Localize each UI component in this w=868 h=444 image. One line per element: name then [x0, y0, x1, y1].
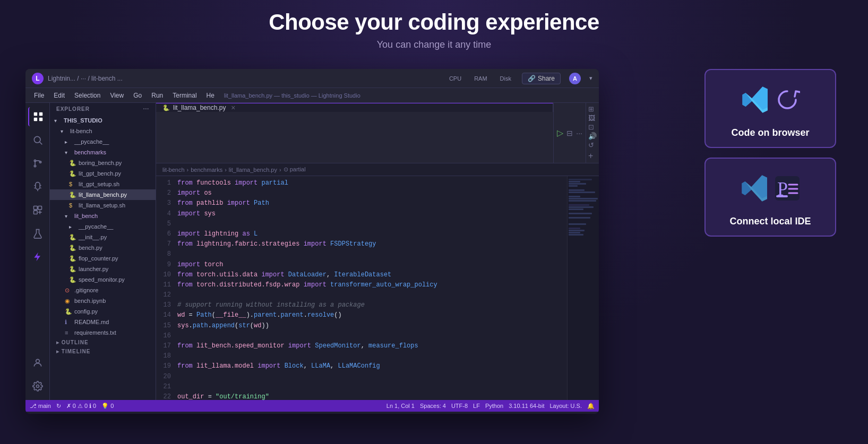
- code-area: 12345 678910 1112131415 1617181920 21222…: [156, 176, 599, 400]
- activity-settings[interactable]: [28, 377, 47, 396]
- status-position[interactable]: Ln 1, Col 1: [386, 403, 415, 409]
- menu-file[interactable]: File: [30, 91, 48, 100]
- menu-view[interactable]: View: [106, 91, 128, 100]
- tree-bench-ipynb[interactable]: ◉ bench.ipynb: [50, 295, 156, 306]
- run-icon[interactable]: ▷: [557, 128, 563, 138]
- sound-icon[interactable]: 🔊: [588, 132, 597, 140]
- image-icon[interactable]: 🖼: [588, 114, 597, 122]
- status-branch[interactable]: ⎇ main: [30, 403, 51, 410]
- tree-benchmarks[interactable]: ▾ benchmarks: [50, 147, 156, 158]
- cpu-button[interactable]: CPU: [447, 74, 463, 83]
- svg-rect-9: [33, 206, 37, 210]
- title-actions: CPU RAM Disk 🔗 Share A ▾: [447, 73, 592, 84]
- menu-selection[interactable]: Selection: [70, 91, 105, 100]
- breadcrumb-filename[interactable]: lit_llama_bench.py: [229, 167, 277, 173]
- tree-lit-bench[interactable]: ▾ lit-bench: [50, 126, 156, 136]
- status-layout[interactable]: Layout: U.S.: [549, 403, 582, 409]
- status-errors[interactable]: ✗ 0 ⚠ 0 ℹ 0: [66, 403, 96, 410]
- activity-extensions[interactable]: [28, 201, 47, 220]
- tree-lit-bench-folder[interactable]: ▾ lit_bench: [50, 211, 156, 221]
- page-subtitle: You can change it any time: [0, 39, 868, 50]
- code-lines: from functools import partial import os …: [175, 176, 567, 400]
- more-actions-icon[interactable]: ···: [576, 129, 582, 137]
- share-icon: 🔗: [528, 75, 536, 82]
- status-lightbulb[interactable]: 💡 0: [101, 403, 114, 410]
- tab-close-icon[interactable]: ×: [229, 103, 237, 112]
- menu-he[interactable]: He: [202, 91, 219, 100]
- breadcrumb-benchmarks[interactable]: benchmarks: [191, 167, 222, 173]
- warning-icon: ⚠: [78, 403, 83, 410]
- status-language[interactable]: Python: [485, 403, 503, 409]
- split-editor-icon[interactable]: ⊟: [566, 129, 573, 137]
- outline-section[interactable]: ▸ OUTLINE: [50, 338, 156, 347]
- bell-icon: 🔔: [587, 403, 595, 410]
- line-numbers: 12345 678910 1112131415 1617181920 21222…: [156, 176, 175, 400]
- menu-go[interactable]: Go: [129, 91, 146, 100]
- disk-button[interactable]: Disk: [498, 74, 513, 83]
- editor-mockup: L Lightnin... / ··· / lit-bench ... CPU …: [25, 69, 599, 414]
- status-notification[interactable]: 🔔: [587, 403, 595, 410]
- status-encoding[interactable]: UTF-8: [451, 403, 468, 409]
- plus-icon[interactable]: +: [588, 151, 597, 161]
- tab-lit-llama-bench[interactable]: 🐍 lit_llama_bench.py ×: [156, 103, 553, 112]
- avatar[interactable]: A: [569, 73, 581, 84]
- tree-lit-llama-setup[interactable]: $ lit_llama_setup.sh: [50, 200, 156, 211]
- tree-requirements[interactable]: ≡ requirements.txt: [50, 327, 156, 338]
- preview-icon[interactable]: ⊞: [588, 105, 597, 113]
- tree-speed-monitor[interactable]: 🐍 speed_monitor.py: [50, 274, 156, 285]
- tree-lit-gpt-setup[interactable]: $ lit_gpt_setup.sh: [50, 179, 156, 189]
- tree-readme[interactable]: ℹ README.md: [50, 317, 156, 327]
- menu-terminal[interactable]: Terminal: [168, 91, 201, 100]
- side-icons: ⊞ 🖼 ⊡ 🔊 ↺ +: [586, 103, 599, 163]
- status-eol[interactable]: LF: [473, 403, 480, 409]
- share-button[interactable]: 🔗 Share: [522, 73, 561, 84]
- activity-flask[interactable]: [28, 224, 47, 243]
- tree-init[interactable]: 🐍 __init__.py: [50, 232, 156, 242]
- svg-point-13: [36, 359, 39, 363]
- tree-boring-bench[interactable]: 🐍 boring_bench.py: [50, 158, 156, 168]
- code-editor[interactable]: 12345 678910 1112131415 1617181920 21222…: [156, 176, 567, 400]
- tree-flop-counter[interactable]: 🐍 flop_counter.py: [50, 253, 156, 264]
- svg-rect-17: [776, 195, 788, 197]
- menu-bar: File Edit Selection View Go Run Terminal…: [25, 88, 599, 103]
- tree-root[interactable]: ▾ THIS_STUDIO: [50, 115, 156, 126]
- browser-card-label: Code on browser: [731, 127, 809, 138]
- tree-bench[interactable]: 🐍 bench.py: [50, 242, 156, 253]
- tree-pycache-2[interactable]: ▸ __pycache__: [50, 221, 156, 232]
- code-content: 12345 678910 1112131415 1617181920 21222…: [156, 176, 567, 400]
- vscode-icon-browser: [741, 85, 770, 115]
- file-type-icon: 🐍: [162, 105, 170, 111]
- lightbulb-icon: 💡: [101, 403, 109, 410]
- tree-launcher[interactable]: 🐍 launcher.py: [50, 264, 156, 274]
- status-sync[interactable]: ↻: [56, 403, 61, 410]
- menu-run[interactable]: Run: [147, 91, 167, 100]
- connect-local-ide-card[interactable]: P Connect local IDE: [704, 158, 836, 237]
- status-spaces[interactable]: Spaces: 4: [420, 403, 446, 409]
- breadcrumb-lit-bench[interactable]: lit-bench: [162, 167, 185, 173]
- dropdown-icon[interactable]: ▾: [589, 75, 592, 82]
- branch-icon: ⎇: [30, 403, 37, 410]
- activity-lightning[interactable]: [28, 247, 47, 266]
- status-version[interactable]: 3.10.11 64-bit: [509, 403, 544, 409]
- tree-gitignore[interactable]: ⊙ .gitignore: [50, 285, 156, 295]
- menu-edit[interactable]: Edit: [49, 91, 69, 100]
- tree-lit-gpt-bench[interactable]: 🐍 lit_gpt_bench.py: [50, 168, 156, 179]
- activity-git[interactable]: [28, 154, 47, 173]
- activity-explorer[interactable]: [28, 107, 47, 126]
- ide-card-label: Connect local IDE: [729, 216, 811, 227]
- activity-debug[interactable]: [28, 177, 47, 196]
- timeline-section[interactable]: ▸ TIMELINE: [50, 347, 156, 356]
- breadcrumb-symbol[interactable]: ⊙ partial: [283, 166, 306, 173]
- activity-search[interactable]: [28, 130, 47, 150]
- ram-button[interactable]: RAM: [472, 74, 489, 83]
- terminal-icon[interactable]: ⊡: [588, 123, 597, 131]
- explorer-menu-icon[interactable]: ···: [143, 106, 149, 112]
- ide-card-icons: P: [740, 167, 801, 210]
- activity-account[interactable]: [28, 353, 47, 372]
- svg-rect-0: [33, 112, 37, 116]
- tree-config[interactable]: 🐍 config.py: [50, 306, 156, 317]
- tree-pycache-1[interactable]: ▸ __pycache__: [50, 136, 156, 147]
- tree-lit-llama-bench[interactable]: 🐍 lit_llama_bench.py: [50, 189, 156, 200]
- code-on-browser-card[interactable]: Code on browser: [704, 69, 836, 148]
- reset-icon[interactable]: ↺: [588, 141, 597, 149]
